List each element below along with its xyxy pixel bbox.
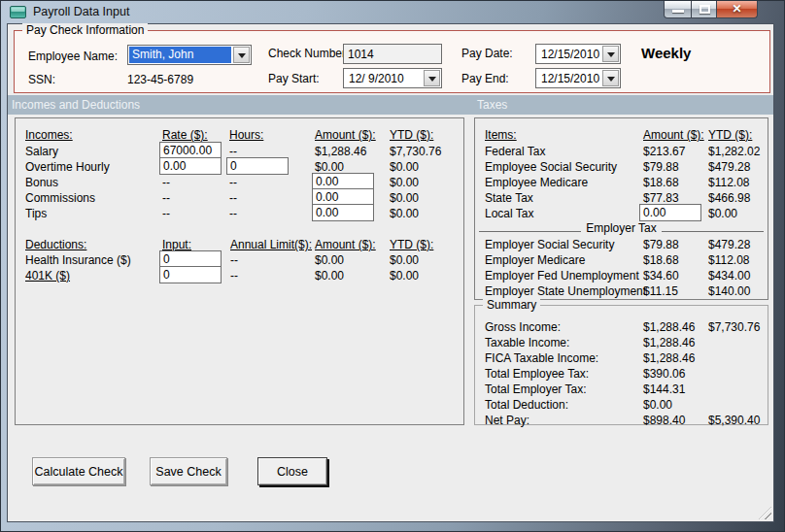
401k-input[interactable] <box>159 266 222 283</box>
incomes-deductions-panel: Incomes: Rate ($): Hours: Amount ($): YT… <box>15 117 464 425</box>
row-amount: $0.00 <box>643 398 672 412</box>
row-amount: $79.88 <box>643 238 679 251</box>
tax-row-employer-medicare: Employer Medicare $18.68 $112.08 <box>475 252 768 268</box>
check-number-field-wrap <box>343 44 442 64</box>
row-label: FICA Taxable Income: <box>485 351 598 365</box>
row-amount: $0.00 <box>315 253 344 267</box>
deductions-col-amount: Amount ($): <box>315 238 376 251</box>
row-ytd: $466.98 <box>708 191 750 205</box>
title-bar[interactable]: Payroll Data Input ✕ <box>0 0 785 23</box>
row-limit: -- <box>230 253 238 267</box>
check-number-input[interactable] <box>348 48 441 61</box>
row-rate: -- <box>162 191 170 205</box>
incomes-col-ytd: YTD ($): <box>390 128 433 142</box>
row-amount: $77.83 <box>643 191 679 205</box>
incomes-col-hours: Hours: <box>229 128 263 142</box>
close-window-button[interactable]: ✕ <box>716 1 758 18</box>
row-ytd: $112.08 <box>708 176 750 189</box>
tax-row-employer-fed-unemployment: Employer Fed Unemployment $34.60 $434.00 <box>475 268 768 283</box>
window-controls: ✕ <box>665 1 758 18</box>
row-label: Federal Tax <box>485 145 545 158</box>
resize-grip[interactable] <box>759 507 771 519</box>
pay-date-datepicker[interactable]: 12/15/2010 <box>535 44 621 64</box>
row-ytd: $479.28 <box>708 238 750 251</box>
incomes-header-row: Incomes: Rate ($): Hours: Amount ($): YT… <box>16 127 463 143</box>
overtime-rate-input[interactable] <box>159 157 222 175</box>
pay-start-label: Pay Start: <box>268 72 320 85</box>
row-label: Commissions <box>25 191 95 205</box>
row-label: Total Employee Tax: <box>485 367 589 381</box>
pay-frequency-label: Weekly <box>641 45 691 61</box>
summary-row-total-employer-tax: Total Employer Tax: $144.31 <box>475 382 768 397</box>
taxes-header-row: Items: Amount ($): YTD ($): <box>475 127 768 143</box>
minimize-icon <box>672 10 684 13</box>
row-label: Health Insurance ($) <box>25 253 131 267</box>
pay-end-label: Pay End: <box>461 72 509 85</box>
income-row-bonus: Bonus -- -- $0.00 <box>16 175 463 190</box>
row-ytd: $0.00 <box>390 160 419 174</box>
summary-group: Summary Gross Income: $1,288.46 $7,730.7… <box>474 305 768 425</box>
row-rate: -- <box>162 207 170 220</box>
chevron-down-icon[interactable] <box>424 70 440 86</box>
row-ytd: $140.00 <box>708 284 750 298</box>
income-row-tips: Tips -- -- $0.00 <box>16 206 463 221</box>
minimize-button[interactable] <box>664 1 692 18</box>
row-label: Employee Medicare <box>485 176 588 189</box>
deductions-col-item: Deductions: <box>25 238 86 251</box>
row-amount: $18.68 <box>643 176 679 189</box>
row-label: Employer Fed Unemployment <box>485 269 639 283</box>
deductions-header-row: Deductions: Input: Annual Limit($): Amou… <box>16 237 463 252</box>
row-label: Salary <box>25 145 58 158</box>
row-amount: $79.88 <box>643 160 679 174</box>
chevron-down-icon[interactable] <box>602 70 619 86</box>
pay-end-value: 12/15/2010 <box>536 72 601 85</box>
paycheck-group-title: Pay Check Information <box>22 23 148 37</box>
incomes-col-item: Incomes: <box>25 128 73 142</box>
row-label: Taxable Income: <box>485 336 569 349</box>
calculate-check-button[interactable]: Calculate Check <box>32 457 125 485</box>
save-check-button[interactable]: Save Check <box>150 457 227 485</box>
taxes-col-amount: Amount ($): <box>643 128 704 142</box>
summary-row-fica: FICA Taxable Income: $1,288.46 <box>475 350 768 366</box>
401k-link[interactable]: 401K ($) <box>25 269 70 283</box>
tax-row-federal: Federal Tax $213.67 $1,282.02 <box>475 144 768 159</box>
tips-amount-input[interactable] <box>312 204 374 221</box>
row-amount: $1,288.46 <box>643 351 695 365</box>
row-hours: -- <box>229 176 237 189</box>
separator-line <box>662 231 764 232</box>
row-ytd: $112.08 <box>708 253 750 267</box>
row-label: Total Employer Tax: <box>485 382 587 396</box>
tax-row-state: State Tax $77.83 $466.98 <box>475 190 768 206</box>
close-button[interactable]: Close <box>257 457 327 485</box>
row-ytd: $0.00 <box>390 269 419 283</box>
row-ytd: $7,730.76 <box>390 145 441 158</box>
chevron-down-icon[interactable] <box>602 46 619 62</box>
row-label: State Tax <box>485 191 533 205</box>
ssn-value: 123-45-6789 <box>127 73 193 86</box>
separator-line <box>479 231 581 232</box>
employee-name-combobox[interactable]: Smith, John <box>127 45 252 65</box>
close-icon: ✕ <box>717 2 757 16</box>
app-icon <box>10 6 26 18</box>
payroll-window: Payroll Data Input ✕ Pay Check Informati… <box>0 0 785 532</box>
row-label: Gross Income: <box>485 320 561 334</box>
summary-row-total-employee-tax: Total Employee Tax: $390.06 <box>475 366 768 382</box>
row-label: Employee Social Security <box>485 160 617 174</box>
row-label: Employer State Unemployment <box>485 284 646 298</box>
row-amount: $0.00 <box>315 269 344 283</box>
pay-end-datepicker[interactable]: 12/15/2010 <box>535 68 621 88</box>
taxes-panel: Items: Amount ($): YTD ($): Federal Tax … <box>474 117 768 300</box>
tax-row-employer-ss: Employer Social Security $79.88 $479.28 <box>475 237 768 252</box>
tax-row-employer-state-unemployment: Employer State Unemployment $11.15 $140.… <box>475 283 768 299</box>
employer-tax-title: Employer Tax <box>581 221 661 235</box>
overtime-hours-input[interactable] <box>226 157 289 175</box>
row-ytd: $0.00 <box>708 207 737 220</box>
tax-row-employee-medicare: Employee Medicare $18.68 $112.08 <box>475 175 768 190</box>
row-label: Local Tax <box>485 207 533 220</box>
pay-start-datepicker[interactable]: 12/ 9/2010 <box>343 68 442 88</box>
chevron-down-icon[interactable] <box>233 47 250 63</box>
maximize-button[interactable] <box>691 1 717 18</box>
paycheck-info-group: Pay Check Information Employee Name: Smi… <box>14 30 770 93</box>
deductions-col-limit: Annual Limit($): <box>230 238 312 251</box>
row-amount: $11.15 <box>643 284 678 298</box>
